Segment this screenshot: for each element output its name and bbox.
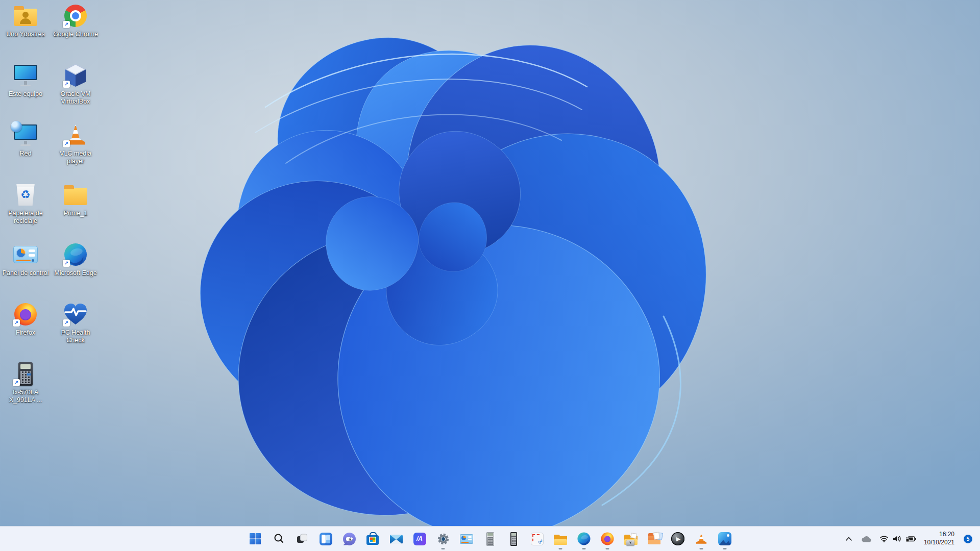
taskbar-center: /A [244, 527, 736, 551]
desktop-icon-microsoft-edge[interactable]: ↗ Microsoft Edge [51, 242, 100, 302]
desktop-icon-vlc[interactable]: ↗ VLC media player [51, 122, 100, 182]
play-glyph: ▶ [676, 536, 680, 542]
taskbar-mail-button[interactable] [385, 528, 407, 550]
task-view-icon [296, 533, 308, 545]
desktop-icon-label: Papelera de [8, 210, 42, 217]
taskbar-control-panel-button[interactable] [455, 528, 478, 550]
firefox-icon [601, 532, 614, 545]
taskbar-microsoft-store-button[interactable] [361, 528, 384, 550]
snipping-tool-icon: ✂ [531, 533, 544, 545]
desktop-icon-label: Oracle VM [60, 90, 90, 98]
running-indicator [700, 548, 703, 549]
control-panel-icon [13, 242, 38, 267]
desktop-icon-label: Red [20, 150, 32, 158]
user-folder-icon [13, 3, 38, 29]
shortcut-arrow-icon: ↗ [63, 21, 70, 28]
camera-folder-icon [624, 535, 638, 545]
taskbar-documents-folder-button[interactable] [643, 528, 666, 550]
running-indicator [606, 548, 609, 549]
desktop-icon-este-equipo[interactable]: Este equipo [1, 63, 50, 122]
vlc-cone-icon [696, 533, 707, 545]
wifi-icon [879, 535, 889, 543]
taskbar-chat-button[interactable] [338, 528, 360, 550]
recycle-glyph: ♻ [20, 189, 31, 201]
tray-notifications-button[interactable]: 5 [960, 534, 974, 544]
calculator-classic-icon [486, 532, 494, 546]
tray-clock[interactable]: 16:20 10/10/2021 [922, 530, 956, 547]
shortcut-arrow-icon: ↗ [13, 319, 20, 327]
this-pc-icon [13, 63, 38, 88]
taskbar-media-player-button[interactable]: ▶ [667, 528, 689, 550]
taskbar-firefox-button[interactable] [596, 528, 619, 550]
taskbar-file-explorer-button[interactable] [549, 528, 572, 550]
desktop-icon-panel-de-control[interactable]: Panel de control [1, 242, 50, 302]
tray-network-volume-battery-button[interactable] [877, 534, 918, 544]
running-indicator [723, 548, 727, 549]
taskbar-photos-button[interactable] [714, 528, 736, 550]
desktop-icon-prime-1[interactable]: Prime_1 [51, 182, 100, 242]
desktop-icon-label: Prime_1 [64, 210, 88, 217]
chrome-icon: ↗ [63, 3, 88, 29]
pie-chart-glyph [16, 248, 26, 258]
photos-icon [718, 532, 731, 545]
tray-onedrive-button[interactable] [859, 534, 873, 544]
desktop-icon-uno-ydostres[interactable]: Uno Ydostres [1, 3, 50, 63]
edge-icon [577, 532, 590, 545]
desktop-icon-label: Este equipo [9, 90, 42, 98]
desktop-icon-label: VLC media player [52, 150, 100, 165]
scissors-glyph: ✂ [536, 537, 545, 546]
shortcut-arrow-icon: ↗ [63, 260, 70, 267]
taskbar-edge-button[interactable] [573, 528, 595, 550]
desktop-icon-pc-health-check[interactable]: ↗ PC Health Check [51, 302, 100, 361]
desktop-icon-label: Panel de control [3, 269, 48, 277]
desktop-icon-label: fx-570LA [9, 389, 42, 396]
control-panel-icon [460, 534, 473, 544]
notification-badge: 5 [964, 535, 972, 543]
taskbar-settings-button[interactable] [432, 528, 454, 550]
taskbar-camera-folder-button[interactable] [620, 528, 642, 550]
shortcut-arrow-icon: ↗ [13, 379, 20, 386]
chevron-up-icon [844, 535, 853, 543]
taskbar-snipping-tool-button[interactable]: ✂ [526, 528, 548, 550]
folder-icon [63, 182, 88, 208]
documents-folder-icon [648, 535, 660, 544]
taskbar-app-a-button[interactable]: /A [408, 528, 431, 550]
taskbar-widgets-button[interactable] [314, 528, 337, 550]
desktop-icon-google-chrome[interactable]: ↗ Google Chrome [51, 3, 100, 63]
shortcut-arrow-icon: ↗ [63, 81, 70, 88]
file-explorer-icon [554, 535, 567, 545]
media-player-icon: ▶ [671, 532, 684, 545]
taskbar-task-view-button[interactable] [291, 528, 313, 550]
desktop-icon-red[interactable]: Red [1, 122, 50, 182]
desktop-icon-firefox[interactable]: ↗ Firefox [1, 302, 50, 361]
widgets-icon [320, 533, 332, 545]
microsoft-store-icon [366, 535, 379, 545]
desktop[interactable]: Uno Ydostres ↗ Google Chrome Este equipo… [0, 0, 980, 551]
search-icon [273, 533, 285, 545]
running-indicator [442, 548, 445, 549]
chat-icon [343, 533, 356, 545]
desktop-icon-grid: Uno Ydostres ↗ Google Chrome Este equipo… [1, 3, 100, 421]
tray-hidden-icons-button[interactable] [843, 534, 855, 544]
system-tray: 16:20 10/10/2021 5 [843, 527, 974, 551]
volume-icon [892, 535, 902, 543]
taskbar-calculator-classic-button[interactable] [479, 528, 501, 550]
desktop-icon-label: VirtualBox [60, 98, 90, 106]
app-a-icon: /A [413, 533, 426, 545]
virtualbox-icon: ↗ [63, 63, 88, 88]
taskbar-calculator-fx-button[interactable] [502, 528, 525, 550]
taskbar-search-button[interactable] [267, 528, 290, 550]
onedrive-cloud-icon [861, 535, 872, 543]
vlc-cone-icon: ↗ [63, 122, 88, 148]
desktop-icon-fx-570la[interactable]: ↗ fx-570LA X_991LA ... [1, 361, 50, 421]
taskbar-start-button[interactable] [244, 528, 266, 550]
clock-date: 10/10/2021 [924, 539, 954, 547]
wallpaper-bloom [0, 0, 980, 527]
gear-icon [436, 532, 450, 546]
desktop-icon-label: Firefox [16, 329, 35, 337]
battery-charging-icon [905, 535, 917, 543]
desktop-icon-papelera[interactable]: ♻ Papelera de reciclaje [1, 182, 50, 242]
taskbar-vlc-button[interactable] [690, 528, 713, 550]
desktop-icon-virtualbox[interactable]: ↗ Oracle VM VirtualBox [51, 63, 100, 122]
desktop-icon-label: PC Health Check [52, 329, 100, 344]
